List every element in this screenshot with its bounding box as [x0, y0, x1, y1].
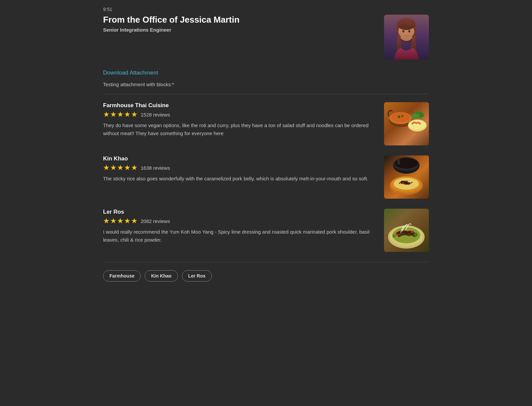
restaurant-info-lerros: Ler Ros ★★★★★ 2082 reviews I would reall… — [103, 209, 384, 244]
restaurant-info-kinkhao: Kin Khao ★★★★★ 1638 reviews The sticky r… — [103, 155, 384, 183]
chip-kinkhao[interactable]: Kin Khao — [145, 270, 178, 282]
svg-point-15 — [412, 113, 420, 119]
divider-1 — [103, 94, 429, 94]
header-subtitle: Senior Integrations Engineer — [103, 27, 384, 33]
food-image-1-svg — [384, 102, 429, 145]
restaurant-name-farmhouse: Farmhouse Thai Cuisine — [103, 102, 374, 109]
review-count-farmhouse: 1528 reviews — [141, 112, 170, 117]
restaurant-list: Farmhouse Thai Cuisine ★★★★★ 1528 review… — [103, 102, 429, 252]
chips-row: Farmhouse Kin Khao Ler Ros — [103, 270, 429, 282]
stars-lerros: ★★★★★ — [103, 217, 138, 225]
svg-point-13 — [409, 120, 426, 129]
svg-point-3 — [397, 18, 416, 30]
restaurant-info-farmhouse: Farmhouse Thai Cuisine ★★★★★ 1528 review… — [103, 102, 384, 137]
stars-row-lerros: ★★★★★ 2082 reviews — [103, 217, 374, 225]
restaurant-image-farmhouse — [384, 102, 429, 145]
svg-point-9 — [391, 113, 410, 122]
header-left: From the Office of Jessica Martin Senior… — [103, 15, 384, 36]
restaurant-card-farmhouse: Farmhouse Thai Cuisine ★★★★★ 1528 review… — [103, 102, 429, 145]
stars-row-kinkhao: ★★★★★ 1638 reviews — [103, 163, 374, 172]
restaurant-name-lerros: Ler Ros — [103, 209, 374, 215]
download-attachment-link[interactable]: Download Attachment — [103, 70, 429, 76]
status-bar-time: 9:51 — [103, 7, 429, 12]
page-container: 9:51 From the Office of Jessica Martin S… — [83, 0, 449, 302]
chip-farmhouse[interactable]: Farmhouse — [103, 270, 141, 282]
avatar-svg — [384, 15, 429, 60]
restaurant-image-kinkhao — [384, 155, 429, 199]
restaurant-review-kinkhao: The sticky rice also goes wonderfully wi… — [103, 175, 374, 183]
restaurant-card-kinkhao: Kin Khao ★★★★★ 1638 reviews The sticky r… — [103, 155, 429, 199]
restaurant-review-lerros: I would really recommend the Yum Koh Moo… — [103, 228, 374, 244]
page-title: From the Office of Jessica Martin — [103, 15, 384, 25]
svg-point-5 — [408, 30, 410, 33]
avatar — [384, 15, 429, 60]
svg-point-11 — [401, 115, 403, 117]
review-count-kinkhao: 1638 reviews — [141, 165, 170, 171]
restaurant-review-farmhouse: They do have some vegan options, like th… — [103, 121, 374, 137]
restaurant-name-kinkhao: Kin Khao — [103, 155, 374, 162]
attachment-subtext: Testing attachment with blocks:* — [103, 82, 429, 87]
svg-point-33 — [392, 234, 396, 238]
svg-point-10 — [398, 115, 400, 118]
header-section: From the Office of Jessica Martin Senior… — [103, 15, 429, 60]
restaurant-card-lerros: Ler Ros ★★★★★ 2082 reviews I would reall… — [103, 209, 429, 252]
review-count-lerros: 2082 reviews — [141, 218, 170, 224]
food-image-2-svg — [384, 155, 429, 199]
divider-2 — [103, 262, 429, 262]
svg-point-32 — [414, 233, 418, 237]
restaurant-image-lerros — [384, 209, 429, 252]
svg-point-4 — [402, 30, 404, 33]
stars-farmhouse: ★★★★★ — [103, 110, 138, 119]
chip-lerros[interactable]: Ler Ros — [182, 270, 212, 282]
food-image-3-svg — [384, 209, 429, 252]
stars-row-farmhouse: ★★★★★ 1528 reviews — [103, 110, 374, 119]
stars-kinkhao: ★★★★★ — [103, 163, 138, 172]
svg-rect-20 — [397, 159, 400, 165]
